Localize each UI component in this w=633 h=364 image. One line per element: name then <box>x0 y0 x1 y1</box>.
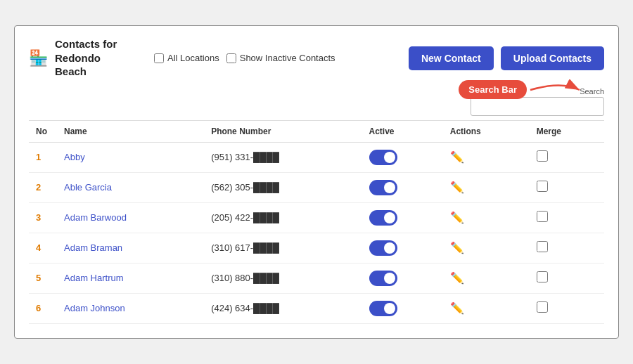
edit-icon[interactable]: ✏️ <box>450 212 464 223</box>
row-name[interactable]: Adam Hartrum <box>57 263 204 293</box>
row-name[interactable]: Adam Johnson <box>57 293 204 323</box>
row-phone: (310) 617-████ <box>204 233 362 263</box>
contacts-table: No Name Phone Number Active Actions Merg… <box>29 120 604 324</box>
row-no: 4 <box>29 233 57 263</box>
merge-checkbox[interactable] <box>537 181 548 192</box>
col-merge: Merge <box>530 120 604 142</box>
row-actions[interactable]: ✏️ <box>443 293 530 323</box>
table-row: 6 Adam Johnson (424) 634-████ ✏️ <box>29 293 604 323</box>
row-phone: (562) 305-████ <box>204 172 362 202</box>
title-area: 🏪 Contacts for Redondo Beach <box>29 37 141 79</box>
show-inactive-checkbox[interactable]: Show Inactive Contacts <box>226 53 335 63</box>
merge-checkbox[interactable] <box>537 211 548 222</box>
search-row: Search <box>29 87 604 116</box>
row-active[interactable] <box>362 263 443 293</box>
active-toggle[interactable] <box>369 301 397 316</box>
col-phone: Phone Number <box>204 120 362 142</box>
search-input[interactable] <box>471 97 604 116</box>
col-no: No <box>29 120 57 142</box>
row-no: 3 <box>29 202 57 233</box>
col-name: Name <box>57 120 204 142</box>
table-row: 3 Adam Barwood (205) 422-████ ✏️ <box>29 202 604 233</box>
table-row: 2 Able Garcia (562) 305-████ ✏️ <box>29 172 604 202</box>
edit-icon[interactable]: ✏️ <box>450 242 464 254</box>
row-name[interactable]: Adam Barwood <box>57 202 204 233</box>
toggle-slider <box>369 180 397 195</box>
edit-icon[interactable]: ✏️ <box>450 302 464 314</box>
row-name[interactable]: Abby <box>57 142 204 172</box>
all-locations-checkbox[interactable]: All Locations <box>154 53 219 63</box>
row-merge[interactable] <box>530 202 604 233</box>
edit-icon[interactable]: ✏️ <box>450 181 464 193</box>
active-toggle[interactable] <box>369 180 397 195</box>
active-toggle[interactable] <box>369 150 397 165</box>
row-merge[interactable] <box>530 233 604 263</box>
row-active[interactable] <box>362 142 443 172</box>
row-actions[interactable]: ✏️ <box>443 142 530 172</box>
active-toggle[interactable] <box>369 271 397 286</box>
toggle-slider <box>369 271 397 286</box>
row-merge[interactable] <box>530 293 604 323</box>
row-phone: (310) 880-████ <box>204 263 362 293</box>
row-phone: (205) 422-████ <box>204 202 362 233</box>
edit-icon[interactable]: ✏️ <box>450 272 464 284</box>
page-title: Contacts for Redondo Beach <box>55 37 117 79</box>
search-label: Search <box>580 87 604 96</box>
row-name[interactable]: Adam Braman <box>57 233 204 263</box>
row-actions[interactable]: ✏️ <box>443 233 530 263</box>
toggle-slider <box>369 150 397 165</box>
merge-checkbox[interactable] <box>537 271 548 282</box>
col-active: Active <box>362 120 443 142</box>
active-toggle[interactable] <box>369 240 397 256</box>
show-inactive-input[interactable] <box>226 53 236 63</box>
row-name[interactable]: Able Garcia <box>57 172 204 202</box>
row-no: 5 <box>29 263 57 293</box>
merge-checkbox[interactable] <box>537 301 548 313</box>
merge-checkbox[interactable] <box>537 241 548 252</box>
row-no: 1 <box>29 142 57 172</box>
row-actions[interactable]: ✏️ <box>443 202 530 233</box>
row-merge[interactable] <box>530 172 604 202</box>
row-merge[interactable] <box>530 142 604 172</box>
toggle-slider <box>369 210 397 226</box>
row-phone: (951) 331-████ <box>204 142 362 172</box>
row-active[interactable] <box>362 233 443 263</box>
search-input-wrap: Search <box>471 87 604 116</box>
merge-checkbox[interactable] <box>537 150 548 162</box>
row-active[interactable] <box>362 172 443 202</box>
row-no: 6 <box>29 293 57 323</box>
edit-icon[interactable]: ✏️ <box>450 151 464 163</box>
toggle-slider <box>369 240 397 256</box>
table-row: 5 Adam Hartrum (310) 880-████ ✏️ <box>29 263 604 293</box>
store-icon: 🏪 <box>29 49 48 67</box>
col-actions: Actions <box>443 120 530 142</box>
toggle-slider <box>369 301 397 316</box>
new-contact-button[interactable]: New Contact <box>409 46 494 70</box>
table-row: 4 Adam Braman (310) 617-████ ✏️ <box>29 233 604 263</box>
table-row: 1 Abby (951) 331-████ ✏️ <box>29 142 604 172</box>
active-toggle[interactable] <box>369 210 397 226</box>
row-active[interactable] <box>362 202 443 233</box>
row-actions[interactable]: ✏️ <box>443 263 530 293</box>
row-actions[interactable]: ✏️ <box>443 172 530 202</box>
row-no: 2 <box>29 172 57 202</box>
row-active[interactable] <box>362 293 443 323</box>
row-merge[interactable] <box>530 263 604 293</box>
upload-contacts-button[interactable]: Upload Contacts <box>501 46 604 70</box>
all-locations-input[interactable] <box>154 53 164 63</box>
header-controls: All Locations Show Inactive Contacts New… <box>154 46 604 70</box>
row-phone: (424) 634-████ <box>204 293 362 323</box>
